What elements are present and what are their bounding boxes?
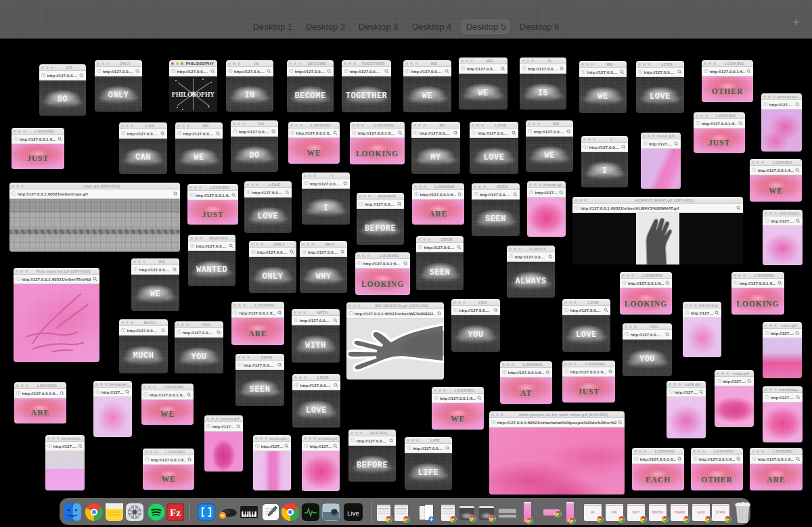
svg-text:Live: Live — [347, 509, 359, 517]
svg-text:Fz: Fz — [170, 507, 181, 518]
